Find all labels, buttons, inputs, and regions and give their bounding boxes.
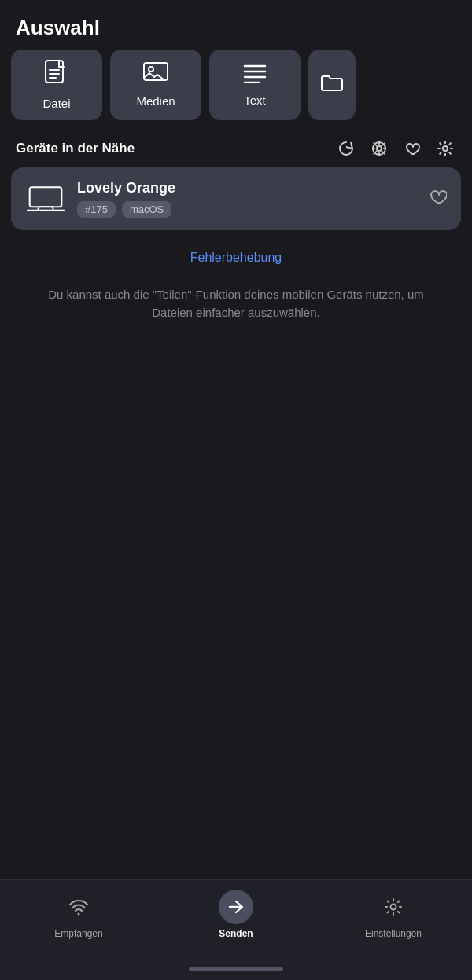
page-title: Auswahl xyxy=(16,16,100,39)
refresh-button[interactable] xyxy=(335,138,357,160)
svg-point-11 xyxy=(377,146,382,151)
category-medien-label: Medien xyxy=(136,94,175,108)
device-favorite-button[interactable] xyxy=(428,188,447,210)
category-datei[interactable]: Datei xyxy=(11,50,102,120)
nav-senden[interactable]: Senden xyxy=(197,890,275,939)
device-icon-wrap xyxy=(25,182,66,215)
home-bar xyxy=(189,967,283,971)
file-icon xyxy=(45,60,68,90)
header: Auswahl xyxy=(0,0,472,50)
svg-point-14 xyxy=(78,913,80,916)
nav-einstellungen-label: Einstellungen xyxy=(365,928,422,939)
troubleshoot-link[interactable]: Fehlerbehebung xyxy=(190,251,282,264)
favorites-button[interactable] xyxy=(401,138,423,160)
media-icon xyxy=(143,62,168,88)
nearby-title: Geräte in der Nähe xyxy=(16,141,324,156)
settings-small-button[interactable] xyxy=(434,138,456,160)
svg-rect-0 xyxy=(46,61,63,83)
category-ordner[interactable] xyxy=(308,50,356,120)
device-id-tag: #175 xyxy=(77,201,116,218)
category-text[interactable]: Text xyxy=(209,50,301,120)
device-os-tag: macOS xyxy=(122,201,171,218)
device-info: Lovely Orange #175 macOS xyxy=(77,180,417,218)
device-name: Lovely Orange xyxy=(77,180,417,196)
nearby-section-header: Geräte in der Nähe xyxy=(0,133,472,167)
category-row: Datei Medien Text xyxy=(0,50,472,133)
troubleshoot-section: Fehlerbehebung xyxy=(0,243,472,277)
nav-einstellungen-icon-wrap xyxy=(376,890,411,924)
svg-rect-4 xyxy=(144,63,168,80)
category-text-label: Text xyxy=(244,94,266,107)
device-card[interactable]: Lovely Orange #175 macOS xyxy=(11,167,461,230)
nav-senden-icon-wrap xyxy=(219,890,253,924)
folder-icon xyxy=(320,73,344,97)
nav-empfangen-label: Empfangen xyxy=(54,928,102,939)
info-text: Du kannst auch die "Teilen"-Funktion dei… xyxy=(31,285,441,322)
svg-point-15 xyxy=(391,905,396,910)
device-tags: #175 macOS xyxy=(77,201,417,218)
svg-rect-13 xyxy=(30,187,62,207)
text-icon xyxy=(243,63,267,87)
info-section: Du kannst auch die "Teilen"-Funktion dei… xyxy=(0,277,472,322)
scan-button[interactable] xyxy=(368,138,390,160)
nav-empfangen-icon-wrap xyxy=(61,890,96,924)
category-datei-label: Datei xyxy=(42,97,70,110)
nav-einstellungen[interactable]: Einstellungen xyxy=(354,890,433,939)
svg-point-12 xyxy=(443,146,448,151)
category-medien[interactable]: Medien xyxy=(110,50,201,120)
nav-empfangen[interactable]: Empfangen xyxy=(39,890,118,939)
nav-senden-label: Senden xyxy=(219,928,253,939)
home-indicator xyxy=(0,958,472,980)
bottom-nav: Empfangen Senden Einstellungen xyxy=(0,879,472,958)
svg-point-5 xyxy=(149,67,153,72)
